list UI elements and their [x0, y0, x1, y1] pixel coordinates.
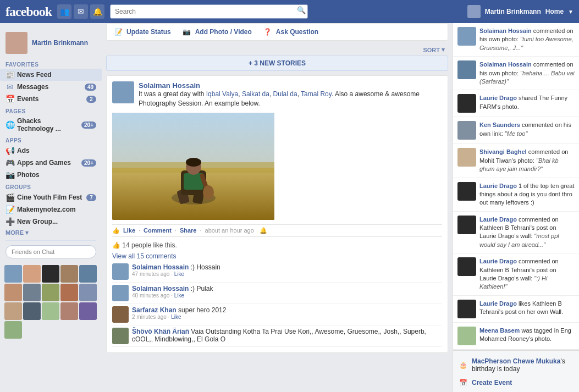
- friend-thumb-2[interactable]: [23, 265, 41, 283]
- friend-thumb-14[interactable]: [60, 302, 78, 320]
- friend-thumb-9[interactable]: [60, 284, 78, 301]
- post-author-avatar[interactable]: [112, 81, 134, 103]
- friend-thumb-11[interactable]: [4, 302, 22, 320]
- friend-thumb-7[interactable]: [23, 284, 41, 301]
- friends-grid: [0, 263, 102, 341]
- comment-2-author[interactable]: Solaiman Hossain: [132, 285, 189, 292]
- comment-3-author[interactable]: Sarfaraz Khan: [132, 306, 177, 314]
- comment-4-avatar[interactable]: [112, 328, 129, 344]
- post-link-tamal[interactable]: Tamal Roy: [301, 90, 332, 98]
- likes-text: 14 people like this.: [122, 241, 177, 249]
- ticker-6-text: Laurie Drago 1 of the top ten great thin…: [479, 182, 575, 207]
- comment-1-avatar[interactable]: [112, 263, 129, 280]
- sidebar-item-cine[interactable]: 🎬 Cine Youth Film Fest 7: [0, 191, 102, 203]
- sidebar-item-ghacks[interactable]: 🌐 Ghacks Technology ... 20+: [0, 115, 102, 134]
- friend-thumb-3[interactable]: [42, 265, 59, 283]
- friend-thumb-4[interactable]: [60, 265, 78, 283]
- sidebar-more-link[interactable]: MORE ▾: [0, 228, 102, 238]
- nav-dropdown-button[interactable]: ▼: [568, 9, 574, 15]
- ticker-item-1[interactable]: Solaiman Hossain commented on his own ph…: [453, 23, 579, 57]
- comment-1-like-link[interactable]: Like: [174, 271, 184, 277]
- ticker-2-avatar: [457, 60, 476, 79]
- user-name-label[interactable]: Martin Brinkmann: [485, 8, 541, 15]
- comment-3-meta: 2 minutes ago · Like: [132, 314, 442, 320]
- comment-2-like-link[interactable]: Like: [174, 292, 184, 299]
- ticker-item-2[interactable]: Solaiman Hossain commented on his own ph…: [453, 57, 579, 90]
- sidebar-item-photos[interactable]: 📷 Photos: [0, 169, 102, 181]
- view-all-comments-link[interactable]: View all 15 comments: [112, 251, 442, 261]
- comment-3-like-link[interactable]: Like: [171, 314, 181, 320]
- right-bottom-section: 🎂 MacPherson Chewe Mukuka's birthday is …: [453, 350, 579, 392]
- ticker-10-person: Meena Basem: [479, 327, 520, 334]
- post-author-name[interactable]: Solaiman Hossain: [139, 81, 442, 90]
- comment-3-avatar[interactable]: [112, 306, 129, 323]
- sidebar-item-newgroup[interactable]: ➕ New Group...: [0, 216, 102, 228]
- add-photo-button[interactable]: 📷 Add Photo / Video: [182, 28, 252, 36]
- friend-thumb-15[interactable]: [79, 302, 97, 320]
- ask-question-icon: ❓: [263, 28, 273, 36]
- friends-chat-input[interactable]: [5, 245, 96, 258]
- sort-label: SORT: [423, 47, 440, 53]
- sidebar-profile-link[interactable]: Martin Brinkmann: [0, 27, 102, 58]
- birthday-icon: 🎂: [457, 360, 468, 371]
- cine-label: Cine Youth Film Fest: [17, 194, 84, 201]
- comment-4-author[interactable]: Šhövö Khäñ Äriañ: [132, 328, 189, 335]
- post-header-text: Solaiman Hossain It was a great day with…: [139, 81, 442, 108]
- ask-question-button[interactable]: ❓ Ask Question: [263, 28, 318, 36]
- ticker-item-5[interactable]: Shivangi Baghel commented on Mohit Tiwan…: [453, 144, 579, 178]
- post-comment-button[interactable]: Comment: [144, 227, 172, 234]
- friend-thumb-12[interactable]: [23, 302, 41, 320]
- ticker-item-10[interactable]: Meena Basem was tagged in Eng Mohamed Ro…: [453, 323, 579, 350]
- sidebar-item-ads[interactable]: 📢 Ads: [0, 145, 102, 157]
- friend-thumb-5[interactable]: [79, 265, 97, 283]
- create-event-link[interactable]: Create Event: [472, 379, 512, 387]
- ads-icon: 📢: [5, 146, 14, 155]
- ticker-item-7[interactable]: Laurie Drago commented on Kathleen B Teh…: [453, 212, 579, 254]
- ticker-item-4[interactable]: Ken Saunders commented on his own link: …: [453, 117, 579, 144]
- sidebar-item-events[interactable]: 📅 Events 2: [0, 93, 102, 105]
- search-input[interactable]: [110, 4, 308, 19]
- post-link-dulal[interactable]: Dulal da: [273, 90, 297, 98]
- sort-bar[interactable]: SORT ▾: [106, 45, 448, 56]
- post-link-iqbal[interactable]: Iqbal Vaiya: [206, 90, 238, 98]
- friend-thumb-10[interactable]: [79, 284, 97, 301]
- user-avatar: [467, 5, 481, 18]
- ticker-item-3[interactable]: Laurie Drago shared The Funny FARM's pho…: [453, 90, 579, 117]
- sidebar-item-makemynote[interactable]: 📝 Makemynotez.com: [0, 203, 102, 216]
- messages-badge: 49: [85, 84, 96, 91]
- friend-thumb-16[interactable]: [4, 321, 22, 339]
- home-button[interactable]: Home: [545, 8, 564, 15]
- post-like-button[interactable]: Like: [123, 227, 135, 234]
- comment-2-avatar[interactable]: [112, 285, 129, 301]
- friend-thumb-13[interactable]: [42, 302, 59, 320]
- ticker-item-6[interactable]: Laurie Drago 1 of the top ten great thin…: [453, 178, 579, 212]
- friend-thumb-1[interactable]: [4, 265, 22, 283]
- apps-section-title: APPS: [0, 134, 102, 145]
- ticker-6-person: Laurie Drago: [479, 183, 517, 189]
- ticker-item-8[interactable]: Laurie Drago commented on Kathleen B Teh…: [453, 253, 579, 296]
- friend-thumb-8[interactable]: [42, 284, 59, 301]
- search-button[interactable]: 🔍: [297, 6, 306, 14]
- post-share-button[interactable]: Share: [180, 227, 197, 234]
- comment-3-text: super hero 2012: [178, 306, 226, 314]
- dot-sep-3: ·: [200, 227, 201, 234]
- sidebar-item-messages[interactable]: ✉ Messages 49: [0, 81, 102, 93]
- notifications-icon-btn[interactable]: 🔔: [90, 4, 104, 19]
- birthday-person-name[interactable]: MacPherson Chewe Mukuka: [472, 357, 560, 365]
- update-status-button[interactable]: 📝 Update Status: [113, 28, 171, 36]
- ticker-item-9[interactable]: Laurie Drago likes Kathleen B Tehrani's …: [453, 296, 579, 323]
- nav-icon-group: 👥 ✉ 🔔: [57, 4, 104, 19]
- friends-icon-btn[interactable]: 👥: [57, 4, 71, 19]
- makemynote-icon: 📝: [5, 205, 14, 214]
- post-header: Solaiman Hossain It was a great day with…: [112, 81, 442, 108]
- comment-1-author[interactable]: Solaiman Hossain: [132, 263, 189, 271]
- dot-sep-2: ·: [175, 227, 177, 234]
- sidebar-item-newsfeed[interactable]: 📰 News Feed: [0, 69, 102, 81]
- messages-icon-btn[interactable]: ✉: [74, 4, 88, 19]
- new-stories-bar[interactable]: + 3 NEW STORIES: [106, 56, 448, 71]
- friend-thumb-6[interactable]: [4, 284, 22, 301]
- sidebar-item-appsgames[interactable]: 🎮 Apps and Games 20+: [0, 157, 102, 169]
- post-link-saikat[interactable]: Saikat da: [242, 90, 269, 98]
- ticker-1-text: Solaiman Hossain commented on his own ph…: [479, 27, 575, 52]
- events-icon: 📅: [5, 95, 14, 103]
